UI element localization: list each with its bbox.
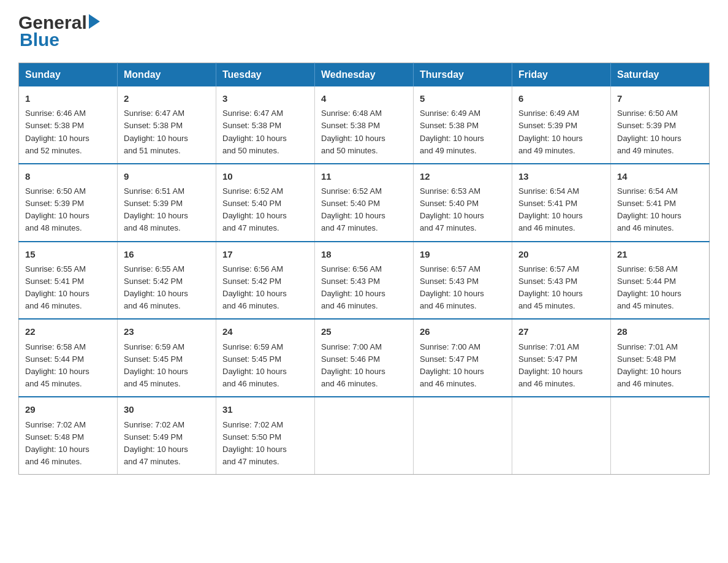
calendar-cell: 16Sunrise: 6:55 AMSunset: 5:42 PMDayligh…	[118, 242, 216, 320]
day-number: 5	[420, 91, 506, 105]
weekday-header-row: SundayMondayTuesdayWednesdayThursdayFrid…	[19, 63, 710, 87]
calendar-cell: 2Sunrise: 6:47 AMSunset: 5:38 PMDaylight…	[118, 86, 216, 164]
logo: General Blue	[18, 12, 102, 50]
calendar-week-row: 29Sunrise: 7:02 AMSunset: 5:48 PMDayligh…	[19, 397, 710, 474]
calendar-cell: 19Sunrise: 6:57 AMSunset: 5:43 PMDayligh…	[414, 242, 512, 320]
calendar-week-row: 15Sunrise: 6:55 AMSunset: 5:41 PMDayligh…	[19, 242, 710, 320]
calendar-cell: 29Sunrise: 7:02 AMSunset: 5:48 PMDayligh…	[19, 397, 118, 474]
calendar-cell	[414, 397, 512, 474]
day-number: 7	[617, 91, 703, 105]
calendar-cell: 12Sunrise: 6:53 AMSunset: 5:40 PMDayligh…	[414, 164, 512, 242]
calendar-cell	[611, 397, 710, 474]
day-number: 3	[222, 91, 308, 105]
calendar-cell: 24Sunrise: 6:59 AMSunset: 5:45 PMDayligh…	[216, 319, 315, 397]
calendar-cell: 4Sunrise: 6:48 AMSunset: 5:38 PMDaylight…	[315, 86, 414, 164]
calendar-cell: 26Sunrise: 7:00 AMSunset: 5:47 PMDayligh…	[414, 319, 512, 397]
calendar-cell: 5Sunrise: 6:49 AMSunset: 5:38 PMDaylight…	[414, 86, 512, 164]
calendar-cell: 7Sunrise: 6:50 AMSunset: 5:39 PMDaylight…	[611, 86, 710, 164]
day-number: 31	[222, 402, 308, 416]
day-number: 30	[124, 402, 210, 416]
calendar-cell: 30Sunrise: 7:02 AMSunset: 5:49 PMDayligh…	[118, 397, 216, 474]
day-number: 1	[25, 91, 111, 105]
calendar-cell: 18Sunrise: 6:56 AMSunset: 5:43 PMDayligh…	[315, 242, 414, 320]
calendar-cell: 3Sunrise: 6:47 AMSunset: 5:38 PMDaylight…	[216, 86, 315, 164]
calendar-cell: 13Sunrise: 6:54 AMSunset: 5:41 PMDayligh…	[512, 164, 611, 242]
day-number: 16	[124, 247, 210, 261]
calendar-cell: 17Sunrise: 6:56 AMSunset: 5:42 PMDayligh…	[216, 242, 315, 320]
calendar-cell: 15Sunrise: 6:55 AMSunset: 5:41 PMDayligh…	[19, 242, 118, 320]
calendar-cell: 8Sunrise: 6:50 AMSunset: 5:39 PMDaylight…	[19, 164, 118, 242]
day-number: 15	[25, 247, 111, 261]
logo-chevron-icon	[89, 14, 100, 29]
weekday-header-tuesday: Tuesday	[216, 63, 315, 87]
day-number: 9	[124, 169, 210, 183]
day-number: 26	[420, 324, 506, 339]
day-number: 2	[124, 91, 210, 105]
day-number: 21	[617, 247, 703, 261]
day-number: 13	[518, 169, 604, 183]
day-number: 29	[25, 402, 111, 416]
weekday-header-saturday: Saturday	[611, 63, 710, 87]
calendar-cell: 21Sunrise: 6:58 AMSunset: 5:44 PMDayligh…	[611, 242, 710, 320]
calendar-cell: 11Sunrise: 6:52 AMSunset: 5:40 PMDayligh…	[315, 164, 414, 242]
day-number: 14	[617, 169, 703, 183]
calendar-cell: 31Sunrise: 7:02 AMSunset: 5:50 PMDayligh…	[216, 397, 315, 474]
calendar-cell: 9Sunrise: 6:51 AMSunset: 5:39 PMDaylight…	[118, 164, 216, 242]
weekday-header-wednesday: Wednesday	[315, 63, 414, 87]
weekday-header-sunday: Sunday	[19, 63, 118, 87]
calendar-cell: 6Sunrise: 6:49 AMSunset: 5:39 PMDaylight…	[512, 86, 611, 164]
weekday-header-thursday: Thursday	[414, 63, 512, 87]
day-number: 27	[518, 324, 604, 339]
page-header: General Blue	[18, 12, 710, 50]
day-number: 20	[518, 247, 604, 261]
calendar-cell: 14Sunrise: 6:54 AMSunset: 5:41 PMDayligh…	[611, 164, 710, 242]
calendar-week-row: 8Sunrise: 6:50 AMSunset: 5:39 PMDaylight…	[19, 164, 710, 242]
calendar-cell	[315, 397, 414, 474]
calendar-table: SundayMondayTuesdayWednesdayThursdayFrid…	[18, 63, 710, 475]
weekday-header-friday: Friday	[512, 63, 611, 87]
calendar-cell	[512, 397, 611, 474]
calendar-week-row: 22Sunrise: 6:58 AMSunset: 5:44 PMDayligh…	[19, 319, 710, 397]
calendar-cell: 22Sunrise: 6:58 AMSunset: 5:44 PMDayligh…	[19, 319, 118, 397]
calendar-cell: 25Sunrise: 7:00 AMSunset: 5:46 PMDayligh…	[315, 319, 414, 397]
calendar-week-row: 1Sunrise: 6:46 AMSunset: 5:38 PMDaylight…	[19, 86, 710, 164]
day-number: 23	[124, 324, 210, 339]
weekday-header-monday: Monday	[118, 63, 216, 87]
day-number: 10	[222, 169, 308, 183]
calendar-cell: 20Sunrise: 6:57 AMSunset: 5:43 PMDayligh…	[512, 242, 611, 320]
calendar-cell: 23Sunrise: 6:59 AMSunset: 5:45 PMDayligh…	[118, 319, 216, 397]
calendar-cell: 1Sunrise: 6:46 AMSunset: 5:38 PMDaylight…	[19, 86, 118, 164]
day-number: 4	[321, 91, 407, 105]
day-number: 22	[25, 324, 111, 339]
calendar-cell: 27Sunrise: 7:01 AMSunset: 5:47 PMDayligh…	[512, 319, 611, 397]
day-number: 19	[420, 247, 506, 261]
day-number: 17	[222, 247, 308, 261]
logo-blue-text: Blue	[20, 29, 102, 50]
calendar-cell: 10Sunrise: 6:52 AMSunset: 5:40 PMDayligh…	[216, 164, 315, 242]
day-number: 11	[321, 169, 407, 183]
day-number: 18	[321, 247, 407, 261]
day-number: 6	[518, 91, 604, 105]
day-number: 8	[25, 169, 111, 183]
day-number: 28	[617, 324, 703, 339]
calendar-cell: 28Sunrise: 7:01 AMSunset: 5:48 PMDayligh…	[611, 319, 710, 397]
day-number: 24	[222, 324, 308, 339]
day-number: 12	[420, 169, 506, 183]
day-number: 25	[321, 324, 407, 339]
